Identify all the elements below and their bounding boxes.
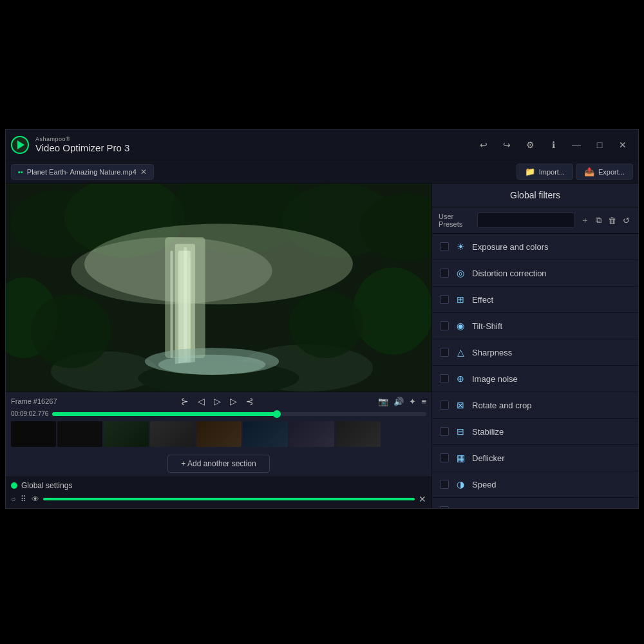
file-tab-label: Planet Earth- Amazing Nature.mp4 xyxy=(27,168,137,176)
effects-icon[interactable]: ✦ xyxy=(409,397,416,406)
settings-active-indicator xyxy=(11,482,17,489)
filter-item-effect[interactable]: ⊞Effect xyxy=(432,287,638,313)
filter-checkbox-image-noise[interactable] xyxy=(440,374,449,383)
filter-item-sharpness[interactable]: △Sharpness xyxy=(432,339,638,366)
filter-item-deflicker[interactable]: ▦Deflicker xyxy=(432,445,638,471)
track-drag-icon[interactable]: ⠿ xyxy=(21,495,26,504)
filter-checkbox-tilt-shift[interactable] xyxy=(440,321,449,330)
track-circle-icon[interactable]: ○ xyxy=(11,495,15,504)
settings-icon[interactable]: ≡ xyxy=(421,397,426,406)
title-left: Ashampoo® Video Optimizer Pro 3 xyxy=(11,136,129,154)
filter-item-image-noise[interactable]: ⊕Image noise xyxy=(432,366,638,392)
left-panel: Frame #16267 ⊱ ◁ ▷ ▷ ⊰ 📷 🔊 ✦ ≡ xyxy=(6,184,432,508)
filter-icon-speed: ◑ xyxy=(454,478,467,491)
mark-out-button[interactable]: ⊰ xyxy=(243,395,256,408)
timeline-bar[interactable] xyxy=(52,412,426,416)
filter-name-distortion-correction: Distortion correction xyxy=(472,269,547,278)
filter-icon-tilt-shift: ◉ xyxy=(454,319,467,332)
maximize-button[interactable]: □ xyxy=(589,135,610,155)
time-display: 00:09:02.776 xyxy=(11,410,48,417)
filter-icon-distortion-correction: ◎ xyxy=(454,267,467,279)
filter-name-tilt-shift: Tilt-Shift xyxy=(472,321,502,331)
presets-input[interactable] xyxy=(477,213,575,228)
camera-icon[interactable]: 📷 xyxy=(378,397,388,406)
thumbnail-2[interactable] xyxy=(57,421,102,447)
svg-point-22 xyxy=(158,355,266,375)
filter-icon-rounded-corners: ⊡ xyxy=(454,504,467,508)
app-logo xyxy=(11,136,29,154)
filter-icon-deflicker: ▦ xyxy=(454,451,467,464)
filters-header: Global filters xyxy=(432,184,638,207)
play-button[interactable]: ▷ xyxy=(211,395,223,408)
preset-reset-button[interactable]: ↺ xyxy=(621,213,632,227)
export-button[interactable]: 📤 Export... xyxy=(576,164,633,180)
settings-button[interactable]: ⚙ xyxy=(520,135,540,155)
add-section-button[interactable]: + Add another section xyxy=(167,455,269,473)
filter-checkbox-speed[interactable] xyxy=(440,480,449,489)
timeline-progress xyxy=(52,412,276,416)
preset-copy-button[interactable]: ⧉ xyxy=(594,213,603,227)
track-bar[interactable] xyxy=(43,498,415,500)
right-controls: 📷 🔊 ✦ ≡ xyxy=(378,397,426,406)
thumbnail-3[interactable] xyxy=(104,421,149,447)
track-delete-button[interactable]: ✕ xyxy=(419,494,426,504)
tab-close-button[interactable]: ✕ xyxy=(140,167,147,176)
filter-icon-image-noise: ⊕ xyxy=(454,372,467,385)
volume-icon[interactable]: 🔊 xyxy=(393,397,404,406)
info-button[interactable]: ℹ xyxy=(543,135,564,155)
svg-rect-13 xyxy=(184,247,187,361)
filter-name-effect: Effect xyxy=(472,295,493,305)
filter-item-exposure-and-colors[interactable]: ☀Exposure and colors xyxy=(432,234,638,260)
svg-point-19 xyxy=(289,291,363,358)
filter-icon-rotate-and-crop: ⊠ xyxy=(454,399,467,412)
thumbnail-1[interactable] xyxy=(11,421,56,447)
filter-checkbox-stabilize[interactable] xyxy=(440,427,449,436)
svg-point-18 xyxy=(353,267,431,354)
preset-add-button[interactable]: ＋ xyxy=(579,213,591,227)
filter-item-tilt-shift[interactable]: ◉Tilt-Shift xyxy=(432,313,638,339)
filter-checkbox-rounded-corners[interactable] xyxy=(440,506,449,508)
track-icons: ○ ⠿ 👁 xyxy=(11,495,39,504)
filter-checkbox-exposure-and-colors[interactable] xyxy=(440,242,449,251)
undo-button[interactable]: ↩ xyxy=(473,135,494,155)
filter-item-speed[interactable]: ◑Speed xyxy=(432,471,638,498)
filter-checkbox-distortion-correction[interactable] xyxy=(440,269,449,278)
file-tab[interactable]: ▪▪ Planet Earth- Amazing Nature.mp4 ✕ xyxy=(11,164,154,180)
next-frame-button[interactable]: ▷ xyxy=(227,395,240,408)
thumbnail-8[interactable] xyxy=(336,421,381,447)
filter-icon-effect: ⊞ xyxy=(454,293,467,306)
app-brand: Ashampoo® xyxy=(35,136,129,142)
presets-label: User Presets xyxy=(439,213,473,228)
preset-delete-button[interactable]: 🗑 xyxy=(606,213,618,227)
filter-checkbox-sharpness[interactable] xyxy=(440,348,449,357)
thumbnails-row xyxy=(11,420,426,448)
thumbnail-4[interactable] xyxy=(150,421,195,447)
thumbnail-5[interactable] xyxy=(196,421,242,447)
presets-actions: ＋ ⧉ 🗑 ↺ xyxy=(579,213,632,227)
filter-name-speed: Speed xyxy=(472,480,497,489)
minimize-button[interactable]: — xyxy=(566,135,587,155)
redo-button[interactable]: ↪ xyxy=(497,135,517,155)
track-eye-icon[interactable]: 👁 xyxy=(32,495,39,504)
import-icon: 📁 xyxy=(525,167,535,176)
svg-rect-12 xyxy=(189,258,191,358)
title-controls: ↩ ↪ ⚙ ℹ — □ ✕ xyxy=(473,135,633,155)
filter-item-stabilize[interactable]: ⊟Stabilize xyxy=(432,419,638,445)
prev-frame-button[interactable]: ◁ xyxy=(195,395,207,408)
global-settings-header: Global settings xyxy=(11,481,426,490)
add-section-row: + Add another section xyxy=(6,451,431,477)
filter-checkbox-effect[interactable] xyxy=(440,295,449,304)
filter-item-rounded-corners[interactable]: ⊡Rounded corners xyxy=(432,498,638,508)
mark-in-button[interactable]: ⊱ xyxy=(178,395,191,408)
filter-checkbox-rotate-and-crop[interactable] xyxy=(440,401,449,410)
global-settings-panel: Global settings ○ ⠿ 👁 ✕ xyxy=(6,477,431,508)
thumbnail-6[interactable] xyxy=(243,421,288,447)
thumbnail-7[interactable] xyxy=(289,421,334,447)
frame-info: Frame #16267 xyxy=(11,397,57,405)
close-button[interactable]: ✕ xyxy=(612,135,633,155)
filter-checkbox-deflicker[interactable] xyxy=(440,453,449,462)
filter-item-rotate-and-crop[interactable]: ⊠Rotate and crop xyxy=(432,392,638,419)
filter-item-distortion-correction[interactable]: ◎Distortion correction xyxy=(432,260,638,287)
filter-name-sharpness: Sharpness xyxy=(472,348,512,357)
import-button[interactable]: 📁 Import... xyxy=(516,164,573,180)
